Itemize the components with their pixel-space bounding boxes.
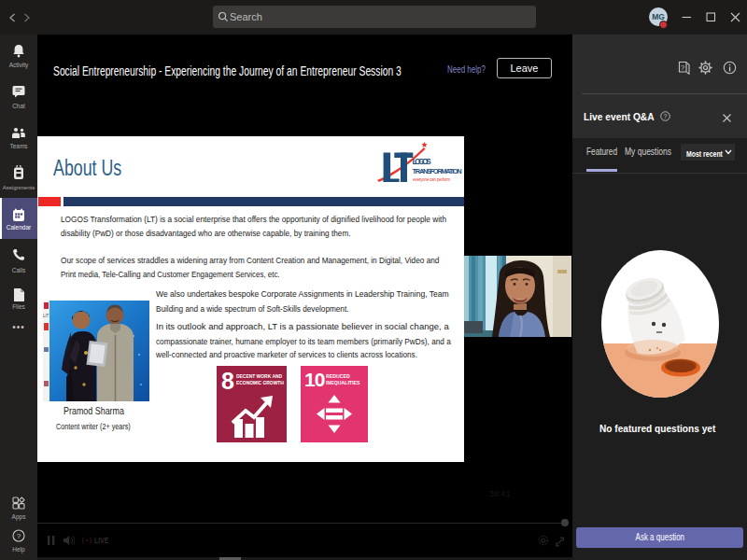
svg-text:?: ?: [17, 532, 21, 540]
svg-text:TRANSFORMATION: TRANSFORMATION: [413, 167, 462, 175]
svg-text:everyone can perform: everyone can perform: [413, 177, 450, 182]
svg-text:?: ?: [664, 113, 668, 119]
svg-text:?: ?: [681, 63, 684, 72]
svg-text:LiT: LiT: [43, 314, 49, 318]
svg-text:LOGOS: LOGOS: [413, 157, 431, 166]
